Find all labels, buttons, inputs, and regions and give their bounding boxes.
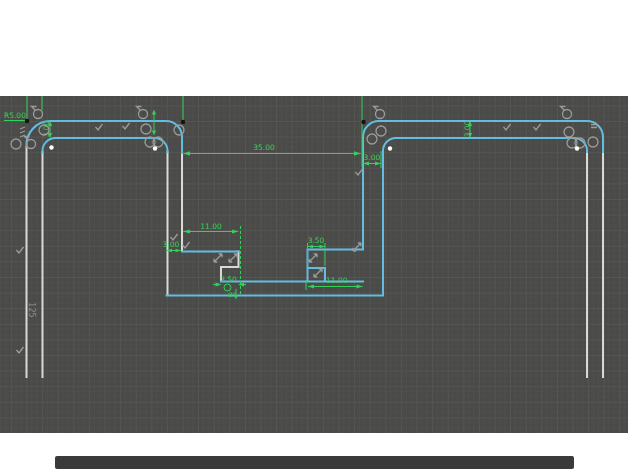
sketch-viewport[interactable]: R5.00 35.00 3.00 3.00 3.00 11.00 3.00 3.… bbox=[0, 0, 628, 472]
reference-length-label: 125 bbox=[27, 302, 36, 317]
vertex-point[interactable] bbox=[25, 119, 29, 123]
sketch-grid-canvas[interactable] bbox=[0, 96, 628, 433]
dimension-label-ear-gap[interactable]: 35.00 bbox=[253, 143, 275, 152]
sketch-point[interactable] bbox=[388, 146, 392, 150]
sketch-point[interactable] bbox=[575, 146, 579, 150]
cad-application-window: R5.00 35.00 3.00 3.00 3.00 11.00 3.00 3.… bbox=[0, 0, 628, 472]
vertex-point[interactable] bbox=[181, 120, 185, 124]
sketch-point[interactable] bbox=[49, 145, 53, 149]
dimension-label-right-step[interactable]: 11.00 bbox=[326, 276, 348, 285]
dimension-label-radius[interactable]: R5.00 bbox=[4, 111, 26, 120]
dimension-label-right-top-wall[interactable]: 3.00 bbox=[463, 120, 472, 137]
sketch-point[interactable] bbox=[153, 146, 157, 150]
dimension-label-left-wall[interactable]: 3.00 bbox=[163, 240, 180, 249]
dimension-label-hole-diameter[interactable]: Ø1 bbox=[228, 291, 237, 298]
dimension-label-right-wall[interactable]: 3.00 bbox=[364, 153, 381, 162]
dimension-label-right-notch[interactable]: 3.50 bbox=[308, 236, 325, 245]
horizontal-scrollbar-thumb[interactable] bbox=[55, 456, 574, 469]
dimension-label-center-step[interactable]: 3.50 bbox=[220, 275, 237, 284]
vertex-point[interactable] bbox=[361, 120, 365, 124]
dimension-label-left-step[interactable]: 11.00 bbox=[200, 222, 222, 231]
